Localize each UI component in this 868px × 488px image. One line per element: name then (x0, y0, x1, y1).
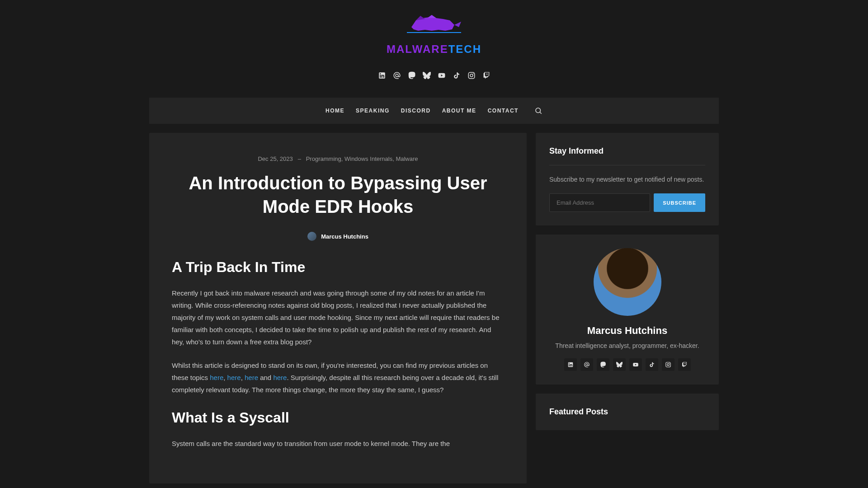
sidebar-heading: Stay Informed (549, 146, 705, 165)
profile-avatar (594, 248, 661, 316)
inline-link[interactable]: here (245, 374, 258, 381)
at-icon[interactable] (580, 358, 593, 371)
inline-link[interactable]: here (210, 374, 223, 381)
email-input[interactable] (549, 193, 650, 212)
main-nav: HOME SPEAKING DISCORD ABOUT ME CONTACT (149, 98, 719, 124)
instagram-icon[interactable] (662, 358, 675, 371)
header-social-icons (0, 71, 868, 80)
inline-link[interactable]: here (227, 374, 241, 381)
nav-about[interactable]: ABOUT ME (442, 108, 476, 114)
author-name[interactable]: Marcus Hutchins (321, 233, 368, 240)
logo-text: MALWARETECH (387, 43, 481, 56)
youtube-icon[interactable] (438, 71, 446, 80)
svg-marker-3 (454, 22, 461, 27)
nav-speaking[interactable]: SPEAKING (356, 108, 390, 114)
article-title: An Introduction to Bypassing User Mode E… (172, 171, 504, 218)
featured-posts-box: Featured Posts (536, 394, 719, 430)
sidebar: Stay Informed Subscribe to my newsletter… (536, 133, 719, 483)
inline-link[interactable]: here (273, 374, 287, 381)
section-heading: A Trip Back In Time (172, 259, 504, 276)
profile-card: Marcus Hutchins Threat intelligence anal… (536, 235, 719, 385)
subscribe-form: SUBSCRIBE (549, 193, 705, 212)
category-link[interactable]: Programming (306, 155, 341, 162)
subscribe-button[interactable]: SUBSCRIBE (654, 193, 705, 212)
logo-cat-icon (389, 14, 479, 38)
category-link[interactable]: Malware (396, 155, 418, 162)
profile-bio: Threat intelligence analyst, programmer,… (549, 342, 705, 349)
article-date: Dec 25, 2023 (258, 155, 292, 162)
svg-line-6 (540, 112, 541, 113)
sidebar-heading: Featured Posts (549, 407, 705, 417)
article-meta: Dec 25, 2023 – Programming, Windows Inte… (172, 155, 504, 162)
svg-marker-2 (427, 15, 436, 18)
svg-point-5 (536, 108, 541, 113)
at-icon[interactable] (393, 71, 401, 80)
site-header: MALWARETECH (0, 0, 868, 89)
tiktok-icon[interactable] (646, 358, 658, 371)
bluesky-icon[interactable] (423, 71, 431, 80)
twitch-icon[interactable] (482, 71, 491, 80)
body-paragraph: Whilst this article is designed to stand… (172, 359, 504, 396)
profile-social-icons (549, 358, 705, 371)
bluesky-icon[interactable] (613, 358, 626, 371)
twitch-icon[interactable] (678, 358, 691, 371)
youtube-icon[interactable] (629, 358, 642, 371)
mastodon-icon[interactable] (408, 71, 416, 80)
mastodon-icon[interactable] (597, 358, 609, 371)
nav-discord[interactable]: DISCORD (401, 108, 431, 114)
nav-contact[interactable]: CONTACT (488, 108, 519, 114)
stay-informed-box: Stay Informed Subscribe to my newsletter… (536, 133, 719, 225)
article-main: Dec 25, 2023 – Programming, Windows Inte… (149, 133, 527, 483)
linkedin-icon[interactable] (564, 358, 577, 371)
category-link[interactable]: Windows Internals (344, 155, 392, 162)
body-paragraph: System calls are the standard way to tra… (172, 437, 504, 450)
sidebar-text: Subscribe to my newsletter to get notifi… (549, 174, 705, 184)
body-paragraph: Recently I got back into malware researc… (172, 287, 504, 348)
nav-home[interactable]: HOME (326, 108, 344, 114)
section-heading: What Is a Syscall (172, 409, 504, 426)
author-block: Marcus Hutchins (172, 232, 504, 241)
tiktok-icon[interactable] (453, 71, 461, 80)
linkedin-icon[interactable] (378, 71, 386, 80)
author-avatar[interactable] (307, 232, 316, 241)
profile-name: Marcus Hutchins (549, 325, 705, 337)
instagram-icon[interactable] (467, 71, 476, 80)
search-icon[interactable] (534, 107, 542, 115)
site-logo[interactable]: MALWARETECH (387, 14, 481, 56)
